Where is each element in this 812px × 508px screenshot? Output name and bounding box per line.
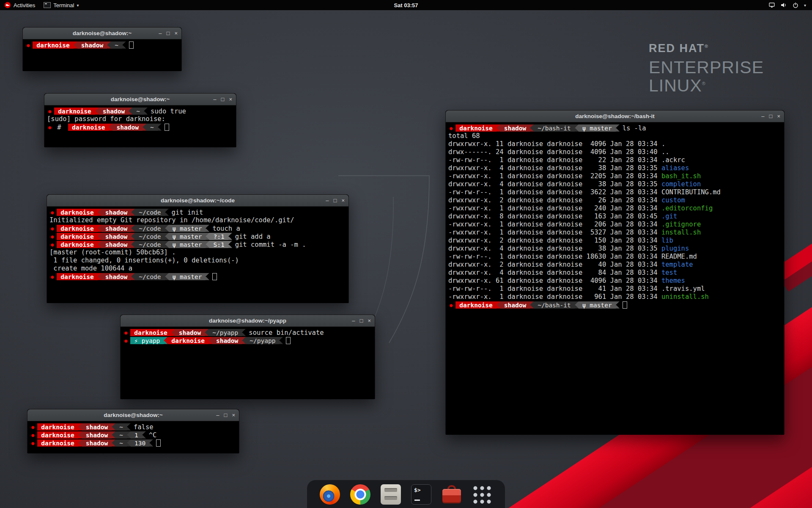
window-titlebar[interactable]: darknoise@shadow:~/code – □ × bbox=[47, 195, 348, 207]
file-name: CONTRIBUTING.md bbox=[661, 188, 721, 196]
file-name: README.md bbox=[661, 253, 697, 260]
powerline-arrow bbox=[497, 124, 500, 132]
terminal-line: 1 file changed, 0 insertions(+), 0 delet… bbox=[49, 257, 346, 265]
dock: $> bbox=[307, 480, 505, 508]
files-dock-icon[interactable] bbox=[381, 484, 401, 505]
powerline-arrow bbox=[575, 301, 579, 309]
prompt-redhat-icon: ● bbox=[27, 42, 30, 48]
file-name: template bbox=[661, 261, 693, 268]
prompt-segment-host: shadow bbox=[102, 209, 131, 216]
minimize-button[interactable]: – bbox=[326, 197, 329, 204]
window-titlebar[interactable]: darknoise@shadow:~/pyapp – □ × bbox=[121, 315, 375, 327]
terminal-line: Initialized empty Git repository in /hom… bbox=[49, 216, 346, 224]
app-grid-dock-icon[interactable] bbox=[472, 484, 492, 505]
close-button[interactable]: × bbox=[229, 96, 232, 102]
close-button[interactable]: × bbox=[368, 318, 371, 324]
prompt-segment-user: darknoise bbox=[37, 439, 78, 447]
terminal-line: drwxrwxr-x. 4 darknoise darknoise 38 Jan… bbox=[448, 245, 782, 253]
window-titlebar[interactable]: darknoise@shadow:~/bash-it – □ × bbox=[446, 110, 784, 122]
chevron-down-icon: ▾ bbox=[804, 3, 806, 8]
maximize-button[interactable]: □ bbox=[360, 318, 363, 324]
terminal-line: drwxrwxr-x. 8 darknoise darknoise 163 Ja… bbox=[448, 213, 782, 221]
powerline-arrow bbox=[165, 225, 169, 232]
file-name: . bbox=[661, 140, 665, 148]
system-status-area[interactable]: ▾ bbox=[763, 0, 812, 10]
window-titlebar[interactable]: darknoise@shadow:~ – □ × bbox=[44, 94, 236, 105]
powerline-arrow bbox=[112, 439, 115, 447]
minimize-button[interactable]: – bbox=[216, 412, 219, 418]
close-button[interactable]: × bbox=[777, 113, 780, 119]
window-title: darknoise@shadow:~/bash-it bbox=[446, 113, 784, 119]
terminal-content[interactable]: ●darknoiseshadow~/codegit initInitialize… bbox=[47, 207, 348, 303]
maximize-button[interactable]: □ bbox=[334, 197, 337, 204]
powerline-arrow bbox=[78, 439, 82, 447]
terminal-content[interactable]: ●darknoiseshadow~/pyappsource bin/activa… bbox=[121, 327, 375, 399]
terminal-line: ●darknoiseshadow~/codeψ master?:1git add… bbox=[49, 232, 346, 240]
minimize-button[interactable]: – bbox=[213, 96, 216, 102]
terminal-content[interactable]: ●darknoiseshadow~sudo true[sudo] passwor… bbox=[44, 105, 236, 147]
powerline-arrow bbox=[98, 225, 102, 232]
prompt-redhat-icon: ● bbox=[31, 424, 34, 430]
terminal-dock-icon[interactable]: $> bbox=[411, 484, 431, 505]
minimize-button[interactable]: – bbox=[159, 30, 162, 36]
chrome-dock-icon[interactable] bbox=[350, 484, 370, 505]
maximize-button[interactable]: □ bbox=[769, 113, 773, 119]
minimize-button[interactable]: – bbox=[352, 318, 355, 324]
app-menu-terminal[interactable]: Terminal ▾ bbox=[39, 0, 83, 10]
close-button[interactable]: × bbox=[174, 30, 178, 36]
rhel-brand-text: RED HAT® ENTERPRISE LINUX® bbox=[649, 42, 764, 95]
powerline-arrow bbox=[158, 124, 162, 131]
terminal-line: ●darknoiseshadow~sudo true bbox=[47, 107, 233, 115]
powerline-arrow bbox=[616, 301, 620, 309]
powerline-arrow bbox=[165, 241, 169, 248]
terminal-content[interactable]: ●darknoiseshadow~ bbox=[23, 39, 181, 71]
clock[interactable]: Sat 03:57 bbox=[394, 2, 418, 8]
powerline-arrow bbox=[131, 273, 135, 280]
toolbox-dock-icon[interactable] bbox=[442, 484, 462, 505]
terminal-line: ●darknoiseshadow~/bash-itψ masterls -la bbox=[448, 124, 782, 132]
powerline-arrow bbox=[78, 431, 82, 439]
prompt-segment-user: darknoise bbox=[130, 329, 171, 336]
command-text: ^C bbox=[149, 431, 157, 439]
terminal-line: -rwxrwxr-x. 1 darknoise darknoise 206 Ja… bbox=[448, 221, 782, 229]
prompt-segment-git: ψ master bbox=[169, 273, 206, 280]
terminal-line: ●darknoiseshadow~1^C bbox=[30, 431, 236, 439]
firefox-dock-icon[interactable] bbox=[320, 484, 340, 505]
maximize-button[interactable]: □ bbox=[167, 30, 170, 36]
prompt-segment-path: ~ bbox=[146, 124, 158, 131]
powerline-arrow bbox=[206, 273, 209, 280]
prompt-segment-host: shadow bbox=[112, 124, 142, 131]
terminal-content[interactable]: ●darknoiseshadow~false●darknoiseshadow~1… bbox=[27, 421, 239, 453]
terminal-line: drwxrwxr-x. 4 darknoise darknoise 84 Jan… bbox=[448, 269, 782, 277]
terminal-line: ●darknoiseshadow~/codeψ mastertouch a bbox=[49, 224, 346, 232]
terminal-line: ●darknoiseshadow~/bash-itψ master bbox=[448, 301, 782, 309]
command-text: false bbox=[134, 423, 154, 431]
terminal-line: -rw-rw-r--. 1 darknoise darknoise 22 Jan… bbox=[448, 156, 782, 164]
close-button[interactable]: × bbox=[341, 197, 345, 204]
maximize-button[interactable]: □ bbox=[224, 412, 228, 418]
close-button[interactable]: × bbox=[232, 412, 235, 418]
command-text: git init bbox=[172, 209, 203, 216]
powerline-arrow bbox=[107, 41, 111, 49]
terminal-line: ●darknoiseshadow~false bbox=[30, 423, 236, 431]
window-titlebar[interactable]: darknoise@shadow:~ – □ × bbox=[23, 28, 181, 39]
powerline-arrow bbox=[142, 431, 146, 439]
activities-button[interactable]: Activities bbox=[0, 0, 39, 10]
powerline-arrow bbox=[98, 241, 102, 248]
terminal-line: drwxrwxr-x. 2 darknoise darknoise 150 Ja… bbox=[448, 237, 782, 245]
powerline-arrow bbox=[205, 329, 208, 336]
terminal-window: darknoise@shadow:~/bash-it – □ × ●darkno… bbox=[445, 110, 785, 435]
prompt-segment-git: ψ master bbox=[579, 124, 616, 132]
terminal-line: create mode 100644 a bbox=[49, 265, 346, 273]
minimize-button[interactable]: – bbox=[761, 113, 764, 119]
top-bar: Activities Terminal ▾ Sat 03:57 ▾ bbox=[0, 0, 812, 10]
terminal-content[interactable]: ●darknoiseshadow~/bash-itψ masterls -lat… bbox=[446, 122, 784, 435]
command-text: git add a bbox=[235, 233, 271, 240]
powerline-arrow bbox=[165, 273, 169, 280]
terminal-line: ●darknoiseshadow~/codeψ master bbox=[49, 273, 346, 281]
window-titlebar[interactable]: darknoise@shadow:~ – □ × bbox=[27, 409, 239, 421]
terminal-line: drwxrwxr-x. 4 darknoise darknoise 38 Jan… bbox=[448, 180, 782, 188]
terminal-window: darknoise@shadow:~ – □ × ●darknoiseshado… bbox=[27, 409, 239, 453]
maximize-button[interactable]: □ bbox=[221, 96, 225, 102]
powerline-arrow bbox=[575, 124, 579, 132]
